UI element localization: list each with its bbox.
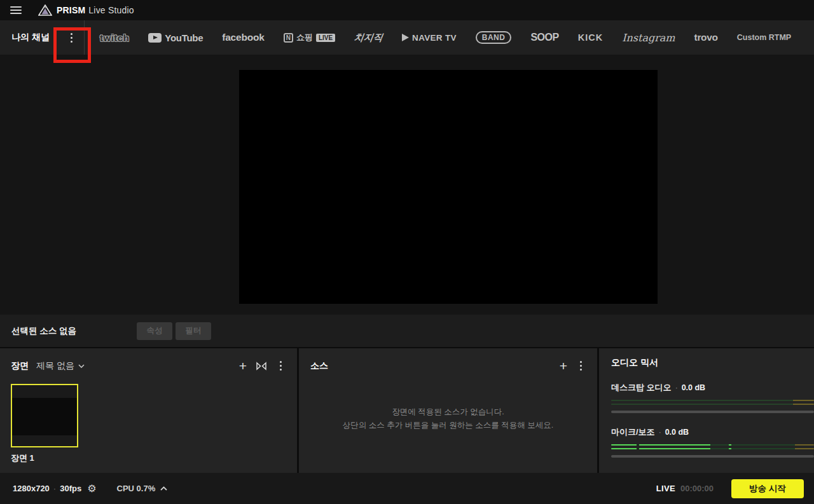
audio-channel-desktop-name: 데스크탑 오디오	[611, 382, 672, 393]
source-empty-line2: 상단의 소스 추가 버튼을 눌러 원하는 소스를 적용해 보세요.	[343, 419, 553, 432]
platform-band[interactable]: BAND	[476, 31, 512, 44]
naver-tv-play-icon	[402, 34, 409, 41]
output-settings: 1280x720 · 30fps	[13, 484, 81, 493]
platform-facebook[interactable]: facebook	[222, 32, 264, 43]
my-channel-section: 나의 채널	[0, 20, 85, 55]
audio-meter-desktop	[611, 400, 814, 405]
audio-mixer-header: 오디오 믹서	[611, 357, 814, 369]
audio-mixer-panel: 오디오 믹서 데스크탑 오디오 · 0.0 dB 마이크/보조 · 0.0 dB	[599, 348, 814, 473]
fps-value: 30fps	[60, 484, 81, 493]
scene-transition-icon[interactable]	[256, 362, 267, 371]
audio-channel-mic: 마이크/보조 · 0.0 dB	[611, 426, 814, 458]
platform-trovo-label: trovo	[694, 32, 718, 43]
live-timer: 00:00:00	[680, 484, 714, 493]
youtube-play-icon	[148, 33, 162, 43]
app-title: PRISMLive Studio	[57, 5, 134, 15]
source-action-buttons: 속성 필터	[137, 322, 211, 340]
settings-gear-icon[interactable]: ⚙	[87, 482, 96, 494]
platform-instagram-label: Instagram	[622, 32, 675, 44]
preview-area	[0, 55, 814, 315]
shopping-live-badge: LIVE	[316, 34, 335, 42]
scene-name: 장면 1	[11, 453, 286, 464]
platform-naver-tv-label: NAVER TV	[412, 33, 457, 43]
prism-logo-icon	[38, 4, 52, 16]
scene-collection-name: 제목 없음	[36, 360, 74, 372]
channel-more-icon[interactable]	[67, 29, 76, 46]
naver-n-icon: N	[284, 33, 293, 43]
scene-thumbnail-video	[12, 398, 77, 435]
platform-trovo[interactable]: trovo	[694, 32, 718, 43]
filter-button[interactable]: 필터	[176, 322, 211, 340]
selected-source-toolbar: 선택된 소스 없음 속성 필터	[0, 315, 814, 347]
source-panel-icons: +	[560, 357, 586, 374]
channel-bar: 나의 채널 twitch YouTube facebook N쇼핑LIVE 치지…	[0, 20, 814, 55]
volume-slider-mic[interactable]	[611, 455, 814, 458]
separator-dot: ·	[659, 428, 661, 437]
cpu-status[interactable]: CPU 0.7%	[117, 484, 168, 493]
dock-panels: 장면 제목 없음 + 장면 1 소스	[0, 347, 814, 473]
platform-youtube[interactable]: YouTube	[148, 32, 203, 43]
chevron-down-icon	[78, 364, 85, 368]
add-scene-icon[interactable]: +	[239, 359, 247, 372]
volume-slider-desktop[interactable]	[611, 411, 814, 413]
platform-naver-tv[interactable]: NAVER TV	[402, 33, 457, 43]
audio-channel-mic-level: 0.0 dB	[665, 428, 689, 437]
platform-instagram[interactable]: Instagram	[622, 32, 675, 44]
app-brand: PRISMLive Studio	[38, 4, 134, 16]
audio-mixer-title: 오디오 믹서	[611, 357, 658, 369]
source-more-icon[interactable]	[576, 357, 586, 374]
platform-twitch-label: twitch	[100, 32, 129, 43]
scene-thumbnail[interactable]	[11, 384, 78, 447]
cpu-usage-value: CPU 0.7%	[117, 484, 156, 493]
source-panel-title: 소스	[310, 360, 328, 372]
status-bar: 1280x720 · 30fps ⚙ CPU 0.7% LIVE 00:00:0…	[0, 473, 814, 504]
audio-channel-mic-name: 마이크/보조	[611, 426, 655, 438]
no-source-selected-label: 선택된 소스 없음	[11, 325, 76, 337]
add-source-icon[interactable]: +	[560, 359, 567, 372]
platform-kick-label: KICK	[578, 32, 603, 43]
audio-channel-desktop: 데스크탑 오디오 · 0.0 dB	[611, 382, 814, 413]
platform-soop-label: SOOP	[530, 32, 558, 43]
platform-shopping-live[interactable]: N쇼핑LIVE	[284, 32, 335, 43]
platform-band-label: BAND	[482, 33, 506, 42]
source-empty-line1: 장면에 적용된 소스가 없습니다.	[392, 405, 504, 419]
platform-custom-rtmp-label: Custom RTMP	[737, 33, 791, 42]
chevron-up-icon	[160, 486, 167, 491]
hamburger-menu-icon[interactable]	[10, 6, 22, 14]
separator-dot: ·	[53, 484, 56, 493]
audio-channel-desktop-level: 0.0 dB	[682, 383, 706, 392]
audio-channel-mic-label: 마이크/보조 · 0.0 dB	[611, 426, 814, 438]
my-channel-label: 나의 채널	[11, 32, 50, 43]
separator-dot: ·	[675, 383, 678, 392]
source-panel: 소스 + 장면에 적용된 소스가 없습니다. 상단의 소스 추가 버튼을 눌러 …	[299, 348, 597, 473]
video-canvas[interactable]	[239, 70, 658, 304]
live-status: LIVE 00:00:00 방송 시작	[656, 479, 804, 498]
platform-chzzk-label: 치지직	[354, 32, 384, 44]
source-panel-header: 소스 +	[310, 357, 586, 374]
scene-collection-selector[interactable]: 제목 없음	[36, 360, 85, 372]
prism-live-studio-window: PRISMLive Studio 나의 채널 twitch YouTube fa…	[0, 0, 814, 504]
scene-panel-header: 장면 제목 없음 +	[11, 357, 286, 374]
resolution-value: 1280x720	[13, 484, 50, 493]
platform-youtube-label: YouTube	[165, 32, 203, 43]
platform-facebook-label: facebook	[222, 32, 264, 43]
platform-list: twitch YouTube facebook N쇼핑LIVE 치지직 NAVE…	[100, 31, 791, 44]
scene-panel-icons: +	[239, 357, 286, 374]
platform-custom-rtmp[interactable]: Custom RTMP	[737, 33, 791, 42]
platform-twitch[interactable]: twitch	[100, 32, 129, 43]
platform-kick[interactable]: KICK	[578, 32, 603, 43]
platform-shopping-label: 쇼핑	[296, 32, 313, 43]
source-empty-message: 장면에 적용된 소스가 없습니다. 상단의 소스 추가 버튼을 눌러 원하는 소…	[310, 374, 586, 473]
platform-soop[interactable]: SOOP	[530, 32, 558, 43]
scene-panel: 장면 제목 없음 + 장면 1	[0, 348, 297, 473]
start-broadcast-button[interactable]: 방송 시작	[731, 479, 804, 498]
properties-button[interactable]: 속성	[137, 322, 172, 340]
app-title-rest: Live Studio	[88, 5, 134, 15]
titlebar: PRISMLive Studio	[0, 0, 814, 20]
app-title-bold: PRISM	[57, 5, 85, 15]
audio-meter-mic	[611, 444, 814, 449]
platform-chzzk[interactable]: 치지직	[354, 32, 383, 44]
scene-panel-title: 장면	[11, 360, 29, 372]
live-label: LIVE	[656, 484, 675, 493]
scene-more-icon[interactable]	[276, 357, 286, 374]
